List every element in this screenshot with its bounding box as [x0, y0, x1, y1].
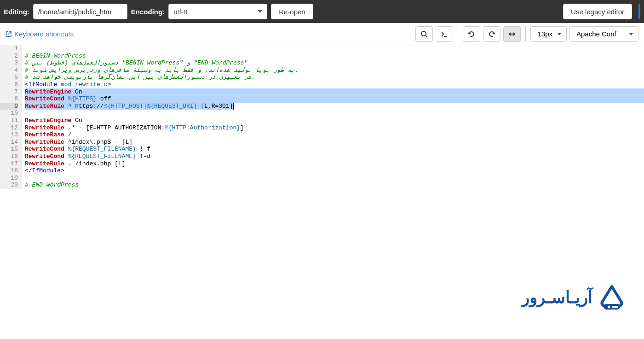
- search-button[interactable]: [415, 26, 433, 42]
- code-line[interactable]: RewriteRule ^ https://%{HTTP_HOST}%{REQU…: [25, 103, 644, 110]
- code-line[interactable]: # به طور پویا تولید شده‌اند، و فقط باید …: [25, 67, 644, 74]
- gutter-line-number: 7: [0, 88, 18, 96]
- code-line[interactable]: # END WordPress: [25, 181, 644, 189]
- editor-toolbar: Keyboard shortcuts 13px Apache Conf: [0, 23, 644, 45]
- font-size-value: 13px: [537, 30, 552, 38]
- gutter-line-number: 12: [0, 124, 18, 132]
- gutter-line-number: 18: [0, 167, 18, 175]
- gutter-line-number: 5: [0, 74, 18, 81]
- gutter-line-number: 1: [0, 45, 18, 53]
- text-cursor: [233, 103, 234, 110]
- editing-label: Editing:: [4, 8, 29, 16]
- gutter-line-number: 8: [0, 95, 18, 103]
- gutter-line-number: 16: [0, 153, 18, 160]
- code-line[interactable]: RewriteBase /: [25, 131, 644, 139]
- gutter-line-number: 17: [0, 160, 18, 168]
- top-bar: Editing: Encoding: utf-8 Re-open Use leg…: [0, 0, 644, 23]
- gutter-line-number: 3: [0, 59, 18, 67]
- search-icon: [420, 30, 428, 38]
- code-line[interactable]: [25, 175, 644, 182]
- line-gutter: 1234567891011121314151617181920: [0, 45, 22, 189]
- separator: [525, 26, 526, 42]
- gutter-line-number: 13: [0, 131, 18, 139]
- reopen-button[interactable]: Re-open: [271, 4, 313, 19]
- gutter-line-number: 4: [0, 67, 18, 74]
- redo-button[interactable]: [483, 26, 500, 42]
- use-legacy-editor-button[interactable]: Use legacy editor: [563, 4, 632, 19]
- language-value: Apache Conf: [576, 30, 616, 38]
- code-line[interactable]: <IfModule mod_rewrite.c>: [25, 81, 644, 88]
- terminal-icon: [441, 30, 448, 38]
- code-line[interactable]: [25, 110, 644, 117]
- gutter-line-number: 20: [0, 181, 18, 189]
- code-line[interactable]: RewriteEngine On: [25, 88, 644, 96]
- code-line[interactable]: RewriteEngine On: [25, 117, 644, 124]
- keyboard-shortcuts-label: Keyboard shortcuts: [14, 30, 74, 38]
- encoding-value: utf-8: [173, 8, 187, 16]
- chevron-down-icon: [629, 33, 633, 35]
- chevron-down-icon: [258, 10, 262, 13]
- code-line[interactable]: RewriteRule .* - [E=HTTP_AUTHORIZATION:%…: [25, 124, 644, 132]
- chevron-down-icon: [557, 33, 562, 35]
- terminal-button[interactable]: [436, 26, 453, 42]
- code-line[interactable]: [25, 45, 644, 53]
- gutter-line-number: 6: [0, 81, 18, 88]
- encoding-label: Encoding:: [131, 8, 165, 16]
- code-editor[interactable]: 1234567891011121314151617181920 # BEGIN …: [0, 45, 644, 189]
- code-line[interactable]: RewriteCond %{REQUEST_FILENAME} !-f: [25, 146, 644, 153]
- code-line[interactable]: RewriteRule ^index\.php$ - [L]: [25, 139, 644, 146]
- code-line[interactable]: </IfModule>: [25, 167, 644, 175]
- code-line[interactable]: RewriteRule . /index.php [L]: [25, 160, 644, 168]
- gutter-line-number: 9: [0, 103, 18, 110]
- gutter-line-number: 10: [0, 110, 18, 117]
- encoding-select[interactable]: utf-8: [168, 4, 267, 19]
- gutter-line-number: 11: [0, 117, 18, 124]
- code-line[interactable]: # BEGIN WordPress: [25, 53, 644, 60]
- code-line[interactable]: RewriteCond %{HTTPS} off: [25, 95, 644, 103]
- font-size-select[interactable]: 13px: [530, 26, 567, 42]
- arrows-horizontal-icon: [508, 30, 516, 38]
- save-button-edge[interactable]: [638, 4, 640, 19]
- svg-point-0: [421, 31, 426, 36]
- wrap-button[interactable]: [503, 26, 521, 42]
- gutter-line-number: 15: [0, 146, 18, 153]
- code-line[interactable]: RewriteCond %{REQUEST_FILENAME} !-d: [25, 153, 644, 160]
- keyboard-shortcuts-link[interactable]: Keyboard shortcuts: [6, 30, 74, 38]
- gutter-line-number: 19: [0, 175, 18, 182]
- external-link-icon: [6, 31, 12, 37]
- redo-icon: [488, 30, 495, 38]
- separator: [458, 26, 458, 42]
- code-line[interactable]: # دستورالعمل‌های (خطوط) بین "BEGIN WordP…: [25, 59, 644, 67]
- code-line[interactable]: # هر تغییری در دستورالعمل‌های بین این نش…: [25, 74, 644, 81]
- undo-icon: [468, 30, 475, 38]
- gutter-line-number: 14: [0, 139, 18, 146]
- undo-button[interactable]: [463, 26, 480, 42]
- code-content[interactable]: # BEGIN WordPress # دستورالعمل‌های (خطوط…: [22, 45, 644, 189]
- file-path-input[interactable]: [33, 4, 127, 19]
- gutter-line-number: 2: [0, 53, 18, 60]
- language-select[interactable]: Apache Conf: [569, 26, 638, 42]
